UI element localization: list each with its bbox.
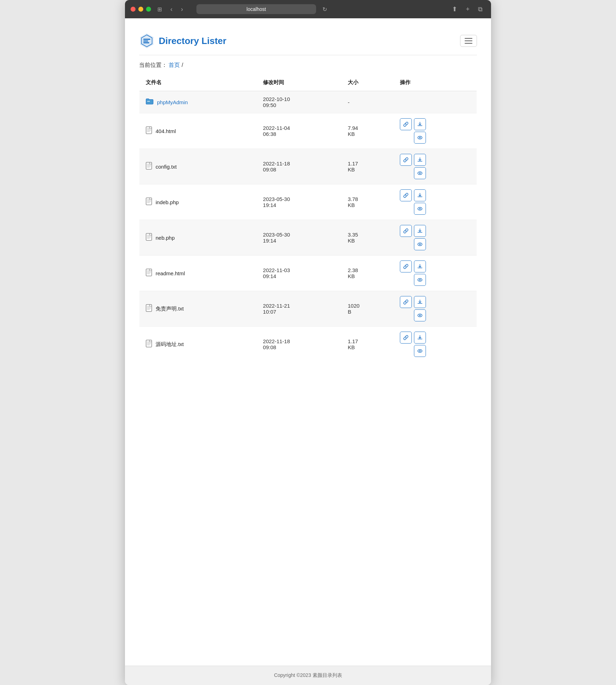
file-name-cell: config.txt [139, 149, 257, 184]
close-button[interactable] [131, 7, 136, 12]
size-cell: 2.38 KB [341, 256, 394, 291]
nav-back-button[interactable]: ‹ [168, 4, 175, 14]
view-button[interactable] [414, 345, 426, 357]
actions-cell [394, 184, 477, 220]
svg-point-11 [419, 172, 421, 174]
file-name-cell: 免责声明.txt [139, 291, 257, 327]
table-row: config.txt2022-11-18 09:081.17 KB [139, 149, 477, 184]
actions-cell [394, 220, 477, 256]
svg-rect-3 [143, 40, 148, 42]
size-cell: - [341, 91, 394, 113]
download-button[interactable] [414, 118, 426, 130]
fullscreen-button[interactable] [146, 7, 151, 12]
svg-rect-4 [143, 42, 149, 43]
file-name-cell: 404.html [139, 113, 257, 149]
download-button[interactable] [414, 225, 426, 237]
size-cell: 1020 B [341, 291, 394, 327]
hamburger-line-1 [465, 38, 472, 39]
file-name-label: 源码地址.txt [156, 341, 184, 348]
share-button[interactable]: ⬆ [449, 4, 460, 14]
view-button[interactable] [414, 132, 426, 144]
actions-cell [394, 91, 477, 113]
modified-cell: 2022-11-04 06:38 [257, 113, 341, 149]
logo-area: Directory Lister [139, 33, 226, 49]
minimize-button[interactable] [138, 7, 143, 12]
file-icon [146, 304, 152, 314]
col-actions: 操作 [394, 74, 477, 91]
link-button[interactable] [400, 189, 412, 201]
link-button[interactable] [400, 332, 412, 344]
view-button[interactable] [414, 167, 426, 179]
view-button[interactable] [414, 274, 426, 286]
breadcrumb-home[interactable]: 首页 [169, 62, 180, 68]
logo-icon [139, 33, 155, 49]
link-button[interactable] [400, 260, 412, 272]
file-name-label: 404.html [156, 128, 176, 134]
tabs-button[interactable]: ⧉ [475, 4, 485, 14]
title-bar: ⊞ ‹ › ↻ ⬆ + ⧉ [125, 0, 491, 18]
link-button[interactable] [400, 225, 412, 237]
download-button[interactable] [414, 154, 426, 166]
col-name: 文件名 [139, 74, 257, 91]
download-button[interactable] [414, 189, 426, 201]
link-button[interactable] [400, 296, 412, 308]
download-button[interactable] [414, 332, 426, 344]
col-size: 大小 [341, 74, 394, 91]
table-header-row: 文件名 修改时间 大小 操作 [139, 74, 477, 91]
hamburger-line-2 [465, 40, 472, 41]
new-tab-button[interactable]: + [463, 4, 472, 14]
modified-cell: 2023-05-30 19:14 [257, 220, 341, 256]
file-name-cell: phpMyAdmin [139, 91, 257, 113]
col-modified: 修改时间 [257, 74, 341, 91]
breadcrumb: 当前位置： 首页 / [139, 55, 477, 74]
footer-text: Copyright ©2023 素颜目录列表 [274, 672, 342, 678]
site-footer: Copyright ©2023 素颜目录列表 [125, 666, 491, 685]
nav-forward-button[interactable]: › [179, 4, 185, 14]
content-area: Directory Lister 当前位置： 首页 / 文件名 修改时间 大小 … [125, 18, 491, 666]
refresh-button[interactable]: ↻ [320, 5, 329, 14]
download-button[interactable] [414, 260, 426, 272]
size-cell: 1.17 KB [341, 327, 394, 362]
file-name-label: neb.php [156, 235, 175, 241]
svg-point-20 [419, 279, 421, 281]
modified-cell: 2022-11-21 10:07 [257, 291, 341, 327]
hamburger-button[interactable] [460, 35, 477, 47]
sidebar-toggle-button[interactable]: ⊞ [155, 5, 164, 14]
size-cell: 1.17 KB [341, 149, 394, 184]
svg-rect-6 [146, 127, 152, 134]
hamburger-line-3 [465, 43, 472, 44]
file-table: 文件名 修改时间 大小 操作 phpMyAdmin2022-10-10 09:5… [139, 74, 477, 362]
svg-point-8 [419, 137, 421, 138]
table-row: 源码地址.txt2022-11-18 09:081.17 KB [139, 327, 477, 362]
url-bar[interactable] [196, 4, 316, 14]
svg-point-14 [419, 208, 421, 209]
modified-cell: 2023-05-30 19:14 [257, 184, 341, 220]
view-button[interactable] [414, 309, 426, 321]
file-name-cell: neb.php [139, 220, 257, 256]
svg-point-26 [419, 350, 421, 352]
file-name-cell: 源码地址.txt [139, 327, 257, 362]
view-button[interactable] [414, 203, 426, 215]
folder-icon [146, 98, 153, 106]
table-row: neb.php2023-05-30 19:143.35 KB [139, 220, 477, 256]
svg-rect-12 [146, 198, 152, 205]
link-button[interactable] [400, 118, 412, 130]
view-button[interactable] [414, 238, 426, 250]
file-name-cell: indeb.php [139, 184, 257, 220]
svg-rect-21 [146, 304, 152, 312]
svg-rect-24 [146, 340, 152, 347]
folder-link[interactable]: phpMyAdmin [157, 99, 188, 105]
file-icon [146, 126, 152, 136]
size-cell: 3.35 KB [341, 220, 394, 256]
table-row: indeb.php2023-05-30 19:143.78 KB [139, 184, 477, 220]
svg-rect-18 [146, 269, 152, 276]
site-header: Directory Lister [139, 27, 477, 55]
actions-cell [394, 291, 477, 327]
file-icon [146, 340, 152, 349]
link-button[interactable] [400, 154, 412, 166]
file-icon [146, 233, 152, 243]
download-button[interactable] [414, 296, 426, 308]
traffic-lights [131, 7, 151, 12]
file-name-label: readme.html [156, 270, 185, 276]
svg-point-17 [419, 244, 421, 245]
